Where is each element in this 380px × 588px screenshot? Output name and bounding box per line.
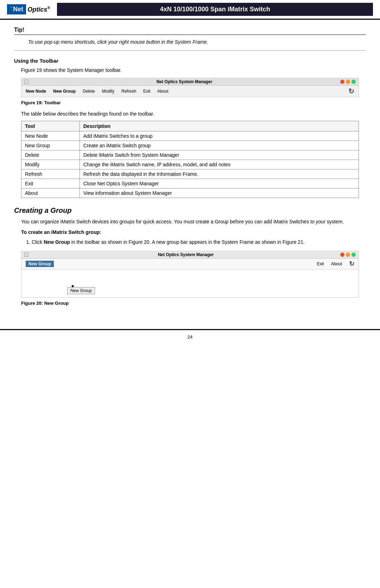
maximize-btn (352, 80, 356, 84)
toolbar2-refresh-icon: ↻ (349, 260, 354, 268)
toolbar-section: Using the Toolbar Figure 19 shows the Sy… (14, 58, 366, 198)
cell-tool: Delete (21, 150, 80, 160)
toolbar2-title: Net Optics System Manager (31, 252, 340, 257)
col-tool: Tool (21, 121, 80, 131)
toolbar2-buttons: New Group Exit About ↻ (21, 259, 359, 269)
cell-description: Refresh the data displayed in the Inform… (80, 169, 359, 179)
step1-prefix: Click (32, 239, 44, 245)
step-list: Click New Group in the toolbar as shown … (32, 239, 366, 246)
win2-max (352, 253, 356, 257)
new-group-btn[interactable]: New Group (26, 261, 54, 267)
toolbar-buttons-row: New Node New Group Delete Modify Refresh… (21, 86, 359, 97)
refresh-icon: ↻ (348, 87, 354, 95)
step1-bold: New Group (44, 239, 70, 245)
win2-close (340, 253, 344, 257)
table-row: ExitClose Net Optics System Manager (21, 179, 359, 188)
cell-tool: New Group (21, 141, 80, 150)
step1-rest: in the toolbar as shown in Figure 20. A … (70, 239, 305, 245)
toolbar-titlebar: Net Optics System Manager (21, 78, 359, 86)
logo-optics: Optics® (27, 6, 50, 13)
minimize-btn2 (346, 80, 350, 84)
figure20-screenshot: Net Optics System Manager New Group Exit… (21, 251, 359, 298)
figure19-caption: Figure 19: Toolbar (21, 100, 359, 105)
cell-description: Delete iMatrix Switch from System Manage… (80, 150, 359, 160)
cell-tool: Refresh (21, 169, 80, 179)
toolbar-delete[interactable]: Delete (83, 89, 95, 94)
table-row: DeleteDelete iMatrix Switch from System … (21, 150, 359, 160)
tip-title: Tip! (14, 27, 366, 35)
cell-tool: New Node (21, 131, 80, 141)
table-row: New NodeAdd iMatrix Switches to a group (21, 131, 359, 141)
win2-buttons (340, 253, 356, 257)
table-row: AboutView information about System Manag… (21, 188, 359, 198)
cell-tool: About (21, 188, 80, 198)
toolbar-window-title: Net Optics System Manager (28, 79, 340, 84)
toolbar-heading: Using the Toolbar (14, 58, 366, 64)
cell-description: Close Net Optics System Manager (80, 179, 359, 188)
cell-description: View information about System Manager (80, 188, 359, 198)
main-content: Tip! To use pop-up menu shortcuts, click… (0, 20, 380, 318)
toolbar2-titlebar: Net Optics System Manager (21, 251, 359, 259)
toolbar-intro: Figure 19 shows the System Manager toolb… (21, 67, 366, 73)
toolbar-new-group[interactable]: New Group (53, 89, 76, 94)
cell-tool: Modify (21, 160, 80, 169)
toolbar2-exit[interactable]: Exit (317, 261, 324, 266)
creating-sub-heading: To create an iMatrix Switch group: (21, 229, 366, 235)
page-number: 24 (188, 334, 192, 340)
logo-box: ~ Net (7, 4, 26, 14)
logo-net: Net (13, 6, 23, 13)
table-row: New GroupCreate an iMatrix Switch group (21, 141, 359, 150)
table-row: RefreshRefresh the data displayed in the… (21, 169, 359, 179)
cell-description: Create an iMatrix Switch group (80, 141, 359, 150)
window-controls-left (24, 80, 28, 84)
toolbar-refresh[interactable]: Refresh (121, 89, 136, 94)
win2-controls (24, 253, 28, 257)
table-row: ModifyChange the iMatrix Switch name, IP… (21, 160, 359, 169)
win2-minimize (24, 253, 28, 257)
toolbar-exit[interactable]: Exit (143, 89, 150, 94)
creating-group-section: Creating a Group You can organize iMatri… (14, 206, 366, 306)
toolbar2-body: ⬆ New Group (21, 269, 359, 297)
cell-description: Add iMatrix Switches to a group (80, 131, 359, 141)
cell-description: Change the iMatrix Switch name, IP addre… (80, 160, 359, 169)
toolbar2-about[interactable]: About (331, 261, 342, 266)
page-header: ~ Net Optics® 4xN 10/100/1000 Span iMatr… (0, 0, 380, 20)
toolbar-desc-table: Tool Description New NodeAdd iMatrix Swi… (21, 121, 359, 198)
step-1: Click New Group in the toolbar as shown … (32, 239, 366, 246)
toolbar-figure: Net Optics System Manager New Node New G… (21, 78, 359, 97)
creating-title: Creating a Group (14, 206, 366, 215)
tip-section: Tip! To use pop-up menu shortcuts, click… (14, 27, 366, 51)
header-title: 4xN 10/100/1000 Span iMatrix Switch (57, 3, 373, 16)
toolbar-modify[interactable]: Modify (102, 89, 114, 94)
window-buttons (340, 80, 356, 84)
tip-divider (14, 50, 366, 51)
col-description: Description (80, 121, 359, 131)
toolbar-about[interactable]: About (157, 89, 168, 94)
close-btn (340, 80, 344, 84)
tip-text: To use pop-up menu shortcuts, click your… (28, 39, 366, 45)
page-footer: 24 (0, 329, 380, 344)
creating-body: You can organize iMatrix Switch devices … (21, 219, 366, 224)
cell-tool: Exit (21, 179, 80, 188)
minimize-btn (24, 80, 28, 84)
new-group-popup: New Group (67, 287, 95, 294)
figure20-caption: Figure 20: New Group (21, 301, 359, 306)
win2-min (346, 253, 350, 257)
desc-text: The table below describes the headings f… (21, 111, 359, 117)
toolbar-new-node[interactable]: New Node (26, 89, 46, 94)
